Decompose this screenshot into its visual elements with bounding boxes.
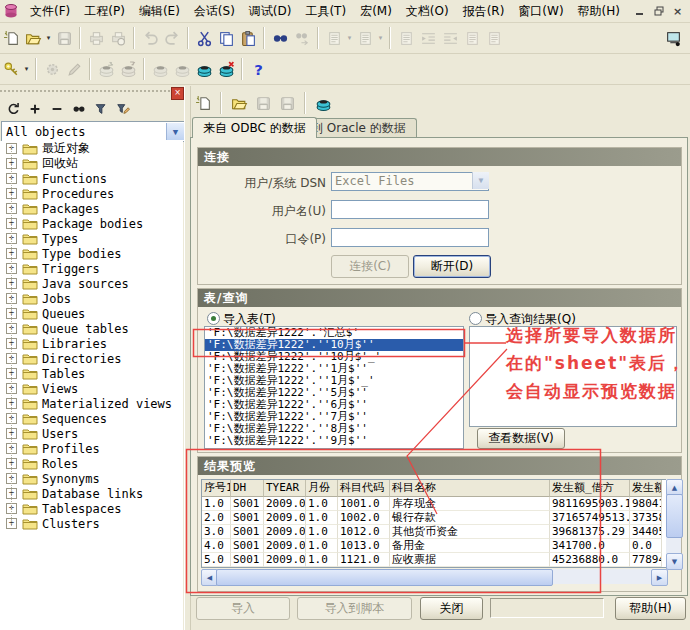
tree-item-synonyms[interactable]: +Synonyms bbox=[0, 471, 183, 486]
help-icon[interactable]: ? bbox=[247, 58, 269, 80]
new-file-icon[interactable] bbox=[192, 92, 214, 114]
menu-item-f[interactable]: 文件(F) bbox=[23, 1, 77, 22]
tree-item-queue-tables[interactable]: +Queue tables bbox=[0, 321, 183, 336]
tree-item-tables[interactable]: +Tables bbox=[0, 366, 183, 381]
v-scroll-thumb[interactable] bbox=[666, 494, 683, 538]
tree-item-procedures[interactable]: +Procedures bbox=[0, 186, 183, 201]
column-header[interactable]: 月份 bbox=[306, 480, 338, 497]
tree-item-packages[interactable]: +Packages bbox=[0, 201, 183, 216]
tree-item-libraries[interactable]: +Libraries bbox=[0, 336, 183, 351]
windows-icon[interactable] bbox=[662, 27, 684, 49]
table-row[interactable]: 2.0S0012009.01.01002.0银行存款37165749513.27… bbox=[202, 511, 666, 525]
column-header[interactable]: 科目代码 bbox=[338, 480, 390, 497]
tree-item-directories[interactable]: +Directories bbox=[0, 351, 183, 366]
menu-item-o[interactable]: 文档(O) bbox=[399, 1, 456, 22]
execute-icon[interactable] bbox=[312, 92, 334, 114]
menu-item-h[interactable]: 帮助(H) bbox=[571, 1, 627, 22]
tree-item-views[interactable]: +Views bbox=[0, 381, 183, 396]
filter-edit-icon[interactable] bbox=[113, 100, 132, 118]
open-file-dropdown-icon[interactable]: ▾ bbox=[44, 34, 53, 42]
password-field[interactable] bbox=[331, 228, 489, 247]
session-key-icon[interactable] bbox=[0, 58, 22, 80]
tree-item-java-sources[interactable]: +Java sources bbox=[0, 276, 183, 291]
import-table-radio[interactable] bbox=[207, 312, 220, 325]
table-row[interactable]: 3.0S0012009.01.01012.0其他货币资金39681375.293… bbox=[202, 525, 666, 539]
query-textarea[interactable] bbox=[469, 326, 677, 427]
paste-icon[interactable] bbox=[237, 27, 259, 49]
column-header[interactable]: 序号1 bbox=[202, 480, 231, 497]
tree-item-profiles[interactable]: +Profiles bbox=[0, 441, 183, 456]
table-cell: S001 bbox=[231, 539, 264, 553]
tree-item-triggers[interactable]: +Triggers bbox=[0, 261, 183, 276]
username-field[interactable] bbox=[331, 200, 489, 219]
menu-item-e[interactable]: 编辑(E) bbox=[132, 1, 187, 22]
disconnect-database-icon[interactable] bbox=[215, 58, 237, 80]
tree-item-jobs[interactable]: +Jobs bbox=[0, 291, 183, 306]
tree-item-database-links[interactable]: +Database links bbox=[0, 486, 183, 501]
table-row[interactable]: 4.0S0012009.01.01013.0备用金341700.00.0 bbox=[202, 539, 666, 553]
tree-item-最近对象[interactable]: +最近对象 bbox=[0, 141, 183, 156]
column-header[interactable]: 发生额_借方 bbox=[550, 480, 630, 497]
tree-item-users[interactable]: +Users bbox=[0, 426, 183, 441]
chevron-down-icon[interactable]: ▼ bbox=[166, 123, 184, 140]
sheet-list[interactable]: 'F:\数据差异1222'.'汇总$''F:\数据差异1222'.''10月$'… bbox=[204, 326, 464, 449]
h-scroll-thumb[interactable] bbox=[216, 569, 553, 586]
tree-item-sequences[interactable]: +Sequences bbox=[0, 411, 183, 426]
menu-item-s[interactable]: 会话(S) bbox=[187, 1, 242, 22]
tree-item-functions[interactable]: +Functions bbox=[0, 171, 183, 186]
sheet-list-item[interactable]: 'F:\数据差异1222'.''9月$'' bbox=[205, 435, 463, 447]
tree-item-tablespaces[interactable]: +Tablespaces bbox=[0, 501, 183, 516]
open-file-icon[interactable] bbox=[22, 27, 44, 49]
refresh-icon[interactable] bbox=[3, 100, 22, 118]
scroll-down-icon[interactable]: ▼ bbox=[666, 553, 683, 570]
copy-icon[interactable] bbox=[215, 27, 237, 49]
tree-item-types[interactable]: +Types bbox=[0, 231, 183, 246]
execute-file-dropdown-icon: ▾ bbox=[376, 34, 385, 42]
disconnect-button[interactable]: 断开(D) bbox=[413, 255, 491, 278]
menu-item-r[interactable]: 报告(R) bbox=[456, 1, 512, 22]
tab-to-oracle[interactable]: 到 Oracle 的数据 bbox=[300, 118, 417, 138]
scroll-right-icon[interactable]: ▶ bbox=[651, 569, 668, 586]
filter-icon[interactable] bbox=[91, 100, 110, 118]
panel-grip-handle[interactable] bbox=[0, 87, 183, 96]
tree-item-label: Clusters bbox=[42, 517, 100, 531]
tree-item-package-bodies[interactable]: +Package bodies bbox=[0, 216, 183, 231]
restore-button[interactable] bbox=[650, 4, 667, 19]
open-file-icon[interactable] bbox=[228, 92, 250, 114]
table-row[interactable]: 5.0S0012009.01.01121.0应收票据45236880.07789… bbox=[202, 553, 666, 567]
cut-icon[interactable] bbox=[193, 27, 215, 49]
menu-item-d[interactable]: 调试(D) bbox=[242, 1, 299, 22]
minimize-button[interactable] bbox=[631, 4, 648, 19]
view-data-button[interactable]: 查看数据(V) bbox=[477, 428, 565, 449]
close-dialog-button[interactable]: 关闭 bbox=[420, 597, 483, 620]
column-header[interactable]: 科目名称 bbox=[390, 480, 550, 497]
expand-all-icon[interactable] bbox=[25, 100, 44, 118]
menu-item-w[interactable]: 窗口(W) bbox=[511, 1, 570, 22]
new-file-icon[interactable] bbox=[0, 27, 22, 49]
column-header[interactable]: DH bbox=[231, 480, 264, 497]
help-button[interactable]: 帮助(H) bbox=[615, 597, 686, 620]
tree-item-roles[interactable]: +Roles bbox=[0, 456, 183, 471]
tab-from-odbc[interactable]: 来自 ODBC 的数据 bbox=[192, 117, 317, 138]
import-query-radio[interactable] bbox=[469, 312, 482, 325]
tree-item-materialized-views[interactable]: +Materialized views bbox=[0, 396, 183, 411]
tree-item-queues[interactable]: +Queues bbox=[0, 306, 183, 321]
dsn-select[interactable]: Excel Files ▼ bbox=[331, 172, 489, 191]
menu-item-m[interactable]: 宏(M) bbox=[353, 1, 399, 22]
table-row[interactable]: 1.0S0012009.01.01001.0库存现金9811695903.139… bbox=[202, 497, 666, 511]
collapse-all-icon[interactable] bbox=[47, 100, 66, 118]
object-filter-select[interactable]: All objects ▼ bbox=[1, 121, 185, 142]
menu-item-t[interactable]: 工具(T) bbox=[298, 1, 353, 22]
connect-database-icon[interactable] bbox=[193, 58, 215, 80]
find-object-icon[interactable] bbox=[69, 100, 88, 118]
find-icon[interactable] bbox=[269, 27, 291, 49]
tree-item-type-bodies[interactable]: +Type bodies bbox=[0, 246, 183, 261]
menu-item-p[interactable]: 工程(P) bbox=[77, 1, 132, 22]
close-button[interactable]: × bbox=[669, 4, 686, 19]
table-cell: 1.0 bbox=[306, 539, 338, 553]
column-header[interactable]: 发生额 bbox=[630, 480, 662, 497]
session-key-dropdown-icon[interactable]: ▾ bbox=[22, 65, 31, 73]
tree-item-clusters[interactable]: +Clusters bbox=[0, 516, 183, 531]
tree-item-回收站[interactable]: +回收站 bbox=[0, 156, 183, 171]
column-header[interactable]: TYEAR bbox=[264, 480, 306, 497]
